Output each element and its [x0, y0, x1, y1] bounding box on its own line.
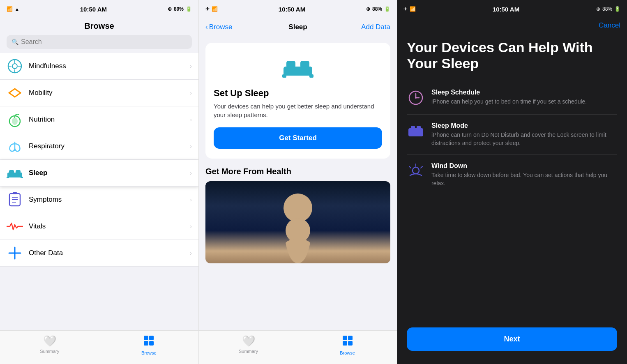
search-bar[interactable]: 🔍 [7, 35, 192, 49]
time-1: 10:50 AM [80, 6, 107, 13]
wifi-icon-3: 📶 [410, 6, 416, 12]
devices-title: Your Devices Can Help With Your Sleep [407, 39, 617, 71]
svg-line-44 [409, 166, 411, 168]
svg-point-7 [12, 117, 18, 125]
mobility-icon [7, 85, 23, 101]
list-item-vitals[interactable]: Vitals › [0, 213, 198, 240]
svg-rect-27 [300, 61, 309, 68]
heart-icon-2: 🤍 [242, 335, 255, 348]
list-item-nutrition[interactable]: Nutrition › [0, 106, 198, 133]
list-item-sleep[interactable]: Sleep › [0, 160, 198, 187]
location-icon-1: ⊕ [168, 6, 172, 12]
status-bar-1: 📶 ▲ 10:50 AM ⊕ 89% 🔋 [0, 0, 198, 18]
symptoms-chevron: › [190, 196, 192, 203]
bed-hero-icon [281, 55, 314, 80]
respiratory-icon [7, 138, 23, 154]
list-item-mindfulness[interactable]: Mindfulness › [0, 53, 198, 80]
svg-rect-24 [149, 341, 154, 346]
sleep-setup-card: Set Up Sleep Your devices can help you g… [205, 43, 390, 159]
mobility-label: Mobility [29, 89, 190, 97]
feature-sleep-schedule: Sleep Schedule iPhone can help you get t… [407, 81, 617, 115]
tab-browse-label-1: Browse [141, 350, 157, 355]
svg-point-1 [12, 64, 17, 69]
panel-devices: ✈ 📶 10:50 AM ⊕ 88% 🔋 Cancel Your Devices… [397, 0, 627, 364]
nutrition-chevron: › [190, 116, 192, 123]
svg-rect-32 [348, 336, 353, 340]
svg-rect-18 [13, 192, 17, 194]
status-icons-right-2: ⊕ 88% 🔋 [366, 6, 390, 12]
tab-summary-label-1: Summary [40, 349, 59, 354]
symptoms-icon [7, 191, 23, 208]
nutrition-icon [7, 111, 23, 128]
search-icon: 🔍 [12, 39, 18, 45]
night-figure-svg [273, 206, 323, 263]
panel3-footer: Next [397, 321, 627, 364]
status-icons-left-3: ✈ 📶 [403, 6, 416, 12]
chevron-left-icon: ‹ [205, 23, 208, 31]
vitals-chevron: › [190, 223, 192, 230]
sleep-mode-title: Sleep Mode [431, 122, 617, 129]
sleep-schedule-text: Sleep Schedule iPhone can help you get t… [431, 89, 587, 106]
list-item-mobility[interactable]: Mobility › [0, 80, 198, 106]
wind-down-desc: Take time to slow down before bed. You c… [431, 171, 617, 187]
svg-rect-11 [16, 170, 21, 174]
time-3: 10:50 AM [493, 6, 519, 13]
search-input[interactable] [21, 38, 187, 46]
panel-browse: 📶 ▲ 10:50 AM ⊕ 89% 🔋 Browse 🔍 [0, 0, 198, 364]
sleep-mode-icon [407, 122, 425, 140]
svg-rect-12 [7, 177, 9, 178]
svg-rect-31 [343, 336, 347, 340]
wind-down-text: Wind Down Take time to slow down before … [431, 162, 617, 187]
other-data-icon [7, 245, 23, 261]
wind-down-title: Wind Down [431, 162, 617, 170]
respiratory-label: Respiratory [29, 142, 190, 150]
tab-summary-1[interactable]: 🤍 Summary [0, 335, 99, 354]
tab-summary-2[interactable]: 🤍 Summary [199, 335, 298, 354]
mindfulness-chevron: › [190, 63, 192, 69]
status-icons-left-1: 📶 ▲ [7, 6, 19, 12]
list-item-respiratory[interactable]: Respiratory › [0, 133, 198, 160]
airplane-icon-2: ✈ [205, 6, 210, 12]
next-button[interactable]: Next [407, 327, 617, 351]
night-scene-image [205, 181, 390, 263]
respiratory-chevron: › [190, 143, 192, 150]
sleep-chevron: › [190, 170, 192, 176]
svg-point-38 [415, 97, 417, 99]
sleep-nav-title: Sleep [288, 23, 307, 31]
svg-rect-29 [309, 74, 314, 78]
other-data-chevron: › [190, 250, 192, 256]
back-to-browse[interactable]: ‹ Browse [205, 23, 232, 31]
svg-rect-28 [282, 74, 286, 78]
location-icon-2: ⊕ [366, 6, 370, 12]
tab-browse-2[interactable]: Browse [298, 335, 397, 355]
sleep-schedule-icon [407, 89, 425, 107]
add-data-button[interactable]: Add Data [361, 23, 390, 31]
list-item-symptoms[interactable]: Symptoms › [0, 187, 198, 213]
nutrition-label: Nutrition [29, 115, 190, 124]
tab-summary-label-2: Summary [239, 349, 258, 354]
devices-title-section: Your Devices Can Help With Your Sleep [397, 30, 627, 81]
list-item-other-data[interactable]: Other Data › [0, 240, 198, 267]
status-bar-3: ✈ 📶 10:50 AM ⊕ 88% 🔋 [397, 0, 627, 18]
location-icon-3: ⊕ [596, 6, 600, 12]
tab-bar-1: 🤍 Summary Browse [0, 330, 198, 364]
tab-browse-label-2: Browse [340, 350, 355, 355]
panel-sleep: ✈ 📶 10:50 AM ⊕ 88% 🔋 ‹ Browse Sleep Add … [198, 0, 397, 364]
svg-rect-21 [144, 336, 148, 340]
cancel-button[interactable]: Cancel [599, 21, 620, 30]
get-more-title: Get More From Health [205, 167, 390, 176]
svg-rect-26 [286, 61, 295, 68]
feature-wind-down: Wind Down Take time to slow down before … [407, 155, 617, 195]
sleep-mode-text: Sleep Mode iPhone can turn on Do Not Dis… [431, 122, 617, 147]
feature-list: Sleep Schedule iPhone can help you get t… [397, 81, 627, 321]
browse-title-bar: Browse [0, 18, 198, 35]
status-icons-left-2: ✈ 📶 [205, 6, 218, 12]
svg-rect-40 [411, 126, 415, 130]
svg-rect-22 [149, 336, 154, 340]
tab-browse-1[interactable]: Browse [99, 335, 199, 355]
back-label: Browse [209, 23, 233, 31]
status-icons-right-3: ⊕ 88% 🔋 [596, 6, 620, 12]
svg-rect-34 [348, 341, 353, 346]
get-more-section: Get More From Health [199, 159, 397, 263]
get-started-button[interactable]: Get Started [214, 127, 382, 149]
